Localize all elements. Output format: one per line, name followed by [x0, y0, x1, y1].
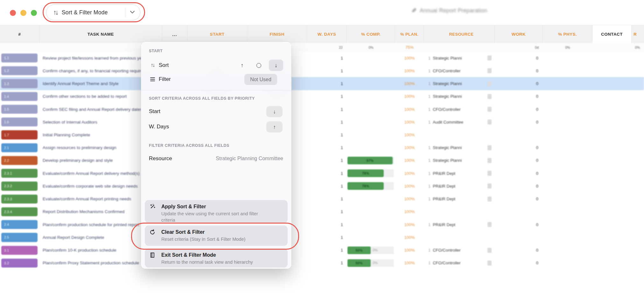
- column-header-number[interactable]: #: [0, 25, 39, 43]
- column-header-start[interactable]: START: [187, 25, 247, 43]
- column-header-contact[interactable]: CONTACT: [592, 25, 632, 43]
- progress-bar: 97%: [347, 157, 393, 164]
- sort-criterion-direction-button[interactable]: ↑: [266, 121, 283, 132]
- work-value: 0: [495, 193, 543, 205]
- pct-complete-cell: [347, 90, 395, 103]
- stepper-icon[interactable]: [487, 197, 492, 202]
- resource-name: CFO/Controller: [433, 248, 460, 253]
- column-header-task-name[interactable]: TASK NAME: [39, 25, 162, 43]
- filter-criteria-label: FILTER CRITERIA ACROSS ALL FIELDS: [149, 143, 229, 148]
- table-row[interactable]: 3.2 Plan/confirm Proxy Statement product…: [0, 257, 644, 269]
- filter-criterion-row[interactable]: Resource Strategic Planning Committee: [141, 151, 291, 166]
- reset-icon: [149, 229, 156, 235]
- table-row[interactable]: 1.2 Confirm changes, if any, to financia…: [0, 64, 644, 77]
- task-id-label: 3.2: [1, 261, 9, 265]
- table-row[interactable]: 2.3.1 Evaluate/confirm Annual Report del…: [0, 167, 644, 180]
- task-id-badge: 2.3.2: [1, 182, 38, 190]
- task-id-cell: 2.1: [0, 141, 39, 154]
- pct-complete-cell: [347, 77, 395, 90]
- exit-door-icon: [149, 252, 156, 258]
- column-header-clipped[interactable]: R: [632, 25, 644, 43]
- table-row[interactable]: 1.7 Initial Planning Complete 1 100%: [0, 128, 644, 141]
- sort-none-button[interactable]: [252, 60, 265, 71]
- column-header-resource[interactable]: RESOURCE: [424, 25, 495, 43]
- apply-sort-filter-button[interactable]: Apply Sort & Filter Update the view usin…: [145, 200, 288, 223]
- table-row[interactable]: 2.1 Assign resources to preliminary desi…: [0, 141, 644, 154]
- chevron-down-icon[interactable]: [130, 11, 135, 14]
- stepper-icon[interactable]: [487, 183, 492, 189]
- resource-count: 1: [428, 222, 430, 227]
- task-id-cell: 1.4: [0, 90, 39, 103]
- sort-ascending-button[interactable]: ↑: [236, 60, 248, 71]
- wdays-value: 1: [307, 90, 347, 103]
- column-header-more[interactable]: ...: [162, 25, 187, 43]
- stepper-icon[interactable]: [487, 222, 492, 227]
- table-row[interactable]: 1.6 Selection of Internal Auditors 1 100…: [0, 116, 644, 128]
- resource-count: 1: [428, 107, 430, 112]
- exit-sort-filter-mode-button[interactable]: Exit Sort & Filter Mode Return to the no…: [145, 248, 288, 268]
- table-row[interactable]: 1.3 Identify Annual Report Theme and Sty…: [0, 77, 644, 90]
- table-row[interactable]: 2.3.4 Report Distribution Mechanisms Con…: [0, 205, 644, 218]
- task-id-label: 2.3.3: [1, 197, 12, 201]
- task-id-label: 1.3: [1, 82, 9, 86]
- stepper-icon[interactable]: [487, 81, 492, 86]
- table-row[interactable]: 2.2 Develop preliminary design and style…: [0, 154, 644, 167]
- wdays-value: 1: [307, 128, 347, 141]
- sort-filter-mode-button[interactable]: ↑↓ Sort & Filter Mode: [46, 4, 140, 20]
- summary-phys: 0%: [543, 43, 592, 52]
- sort-criterion-direction-button[interactable]: ↓: [266, 106, 283, 117]
- table-row[interactable]: 1.1 Review project file/lessons learned …: [0, 52, 644, 64]
- pct-complete-cell: [347, 103, 395, 116]
- column-header-pct-comp[interactable]: % COMP.: [347, 25, 395, 43]
- wdays-value: 1: [307, 205, 347, 218]
- arrow-up-icon: ↑: [241, 62, 244, 69]
- sort-criterion-field: W. Days: [149, 124, 169, 130]
- stepper-icon[interactable]: [487, 145, 492, 150]
- zoom-window-button[interactable]: [31, 10, 37, 16]
- pct-complete-cell: [347, 116, 395, 128]
- task-id-label: 2.2: [1, 159, 9, 162]
- filter-status-button[interactable]: Not Used: [244, 74, 277, 85]
- stepper-icon[interactable]: [487, 107, 492, 112]
- stepper-icon[interactable]: [487, 119, 492, 125]
- table-row[interactable]: 2.5 Annual Report Design Complete 1 100%: [0, 231, 644, 244]
- summary-comp: 0%: [347, 43, 395, 52]
- column-header-work[interactable]: WORK: [495, 25, 543, 43]
- action-subtitle: Reset criteria (Stay in Sort & Filter Mo…: [161, 236, 283, 242]
- pct-complete-cell: [347, 52, 395, 64]
- table-row[interactable]: 2.3.3 Evaluate/confirm Annual Report pri…: [0, 193, 644, 205]
- mode-button-label: Sort & Filter Mode: [62, 9, 108, 16]
- resource-cell: [424, 128, 495, 141]
- minimize-window-button[interactable]: [20, 10, 26, 16]
- table-row[interactable]: 1.5 Confirm SEC filing and Annual Report…: [0, 103, 644, 116]
- stepper-icon[interactable]: [487, 158, 492, 163]
- wdays-value: 1: [307, 231, 347, 244]
- clear-sort-filter-button[interactable]: Clear Sort & Filter Reset criteria (Stay…: [145, 225, 288, 246]
- table-row[interactable]: 3.1 Plan/confirm 10-K production schedul…: [0, 244, 644, 257]
- task-id-cell: 1.3: [0, 77, 39, 90]
- column-header-wdays[interactable]: W. DAYS: [307, 25, 347, 43]
- table-row[interactable]: 1.4 Confirm other sections to be added t…: [0, 90, 644, 103]
- stepper-icon[interactable]: [487, 248, 492, 253]
- progress-bar: 50%: [347, 247, 371, 254]
- filter-lines-icon: [149, 76, 156, 82]
- sort-descending-button[interactable]: ↓: [269, 60, 283, 71]
- work-value: 0: [495, 90, 543, 103]
- pct-complete-cell: 78%: [347, 180, 395, 192]
- stepper-icon[interactable]: [487, 55, 492, 61]
- stepper-icon[interactable]: [487, 68, 492, 73]
- column-header-finish[interactable]: FINISH: [247, 25, 307, 43]
- close-window-button[interactable]: [10, 10, 16, 16]
- sort-arrows-icon: ↑↓: [53, 9, 57, 16]
- pct-planned-value: 100%: [395, 180, 424, 192]
- column-header-pct-phys[interactable]: % PHYS.: [543, 25, 592, 43]
- stepper-icon[interactable]: [487, 261, 492, 266]
- table-row[interactable]: 2.4 Plan/confirm production schedule for…: [0, 218, 644, 231]
- column-header-pct-plan[interactable]: % PLAN.: [395, 25, 424, 43]
- stepper-icon[interactable]: [487, 94, 492, 99]
- work-value: 0: [495, 244, 543, 257]
- resource-name: CFO/Controller: [433, 68, 460, 73]
- task-id-badge: 1.4: [1, 92, 38, 101]
- stepper-icon[interactable]: [487, 171, 492, 176]
- table-row[interactable]: 2.3.2 Evaluate/confirm corporate web sit…: [0, 180, 644, 192]
